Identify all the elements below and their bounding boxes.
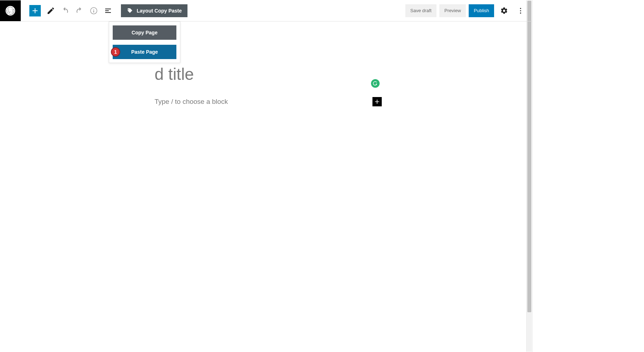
layout-copy-paste-button[interactable]: Layout Copy Paste [121,4,187,17]
add-block-button[interactable] [29,5,41,16]
copy-page-item[interactable]: Copy Page [113,25,176,40]
gear-icon [500,7,508,15]
grammarly-indicator[interactable] [371,79,380,88]
grammarly-icon [373,81,378,86]
redo-button[interactable] [73,4,86,17]
top-toolbar: Layout Copy Paste Save draft Preview Pub… [0,0,532,21]
wordpress-logo-button[interactable] [0,0,21,21]
paste-page-label: Paste Page [131,49,158,55]
svg-point-4 [520,12,521,13]
annotation-badge-1: 1 [111,47,120,57]
outline-icon [104,6,112,15]
edit-tool-button[interactable] [44,4,57,17]
undo-button[interactable] [59,4,72,17]
plus-icon [374,98,381,105]
info-button[interactable] [87,4,100,17]
pencil-icon [47,6,55,15]
redo-icon [75,6,84,15]
tag-icon [127,8,133,14]
undo-icon [61,6,69,15]
post-title-placeholder[interactable]: d title [155,64,194,84]
publish-button[interactable]: Publish [469,4,494,17]
inline-add-block-button[interactable] [372,97,382,106]
editor-canvas: d title Type / to choose a block [0,21,532,43]
layout-dropdown-menu: Copy Page 1 Paste Page [109,21,180,63]
scrollbar-thumb[interactable] [527,1,531,312]
vertical-dots-icon [517,7,525,15]
plus-icon [31,6,39,15]
list-view-button[interactable] [102,4,114,17]
info-icon [89,6,98,15]
more-options-button[interactable] [514,4,527,17]
save-draft-button[interactable]: Save draft [405,4,436,17]
layout-button-label: Layout Copy Paste [137,8,182,14]
wordpress-icon [5,5,16,16]
paste-page-item[interactable]: 1 Paste Page [113,45,176,59]
preview-button[interactable]: Preview [439,4,466,17]
vertical-scrollbar[interactable] [526,0,532,352]
settings-button[interactable] [498,4,511,17]
block-placeholder-text[interactable]: Type / to choose a block [155,98,228,106]
svg-point-3 [520,10,521,11]
svg-point-2 [520,8,521,9]
